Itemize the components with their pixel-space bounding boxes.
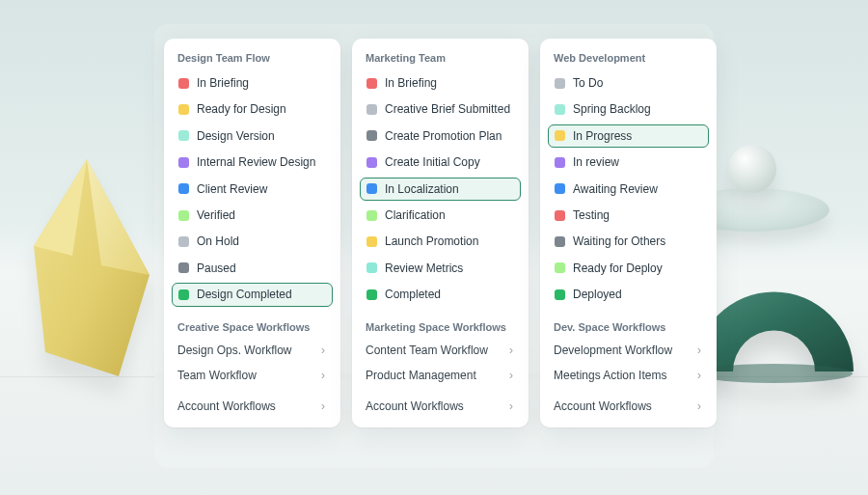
status-color-swatch <box>366 78 377 89</box>
status-label: Internal Review Design <box>197 155 315 169</box>
chevron-right-icon: › <box>697 399 701 413</box>
status-row[interactable]: In Briefing <box>360 71 521 95</box>
status-row[interactable]: Deployed <box>548 283 709 306</box>
status-row[interactable]: Ready for Design <box>172 97 333 121</box>
status-color-swatch <box>178 104 189 115</box>
status-label: In Localization <box>385 182 459 196</box>
status-label: Verified <box>197 208 235 222</box>
status-row[interactable]: On Hold <box>172 230 333 253</box>
workflow-link[interactable]: Development Workflow› <box>550 339 707 362</box>
status-label: Waiting for Others <box>573 234 665 248</box>
account-workflows-link[interactable]: Account Workflows› <box>550 395 707 418</box>
workflow-column: Marketing TeamIn BriefingCreative Brief … <box>352 39 529 427</box>
status-color-swatch <box>178 78 189 89</box>
chevron-right-icon: › <box>509 399 513 413</box>
status-row[interactable]: To Do <box>548 71 709 95</box>
workflow-link-label: Content Team Workflow <box>366 344 488 357</box>
status-label: Create Initial Copy <box>385 155 480 169</box>
status-row[interactable]: Testing <box>548 204 709 227</box>
status-label: Spring Backlog <box>573 102 651 116</box>
chevron-right-icon: › <box>509 344 513 357</box>
status-color-swatch <box>366 104 377 115</box>
workflow-link-label: Account Workflows <box>366 399 464 413</box>
workflow-link-label: Team Workflow <box>177 369 257 382</box>
status-row[interactable]: Clarification <box>360 204 521 227</box>
workflow-link-label: Development Workflow <box>554 344 672 357</box>
chevron-right-icon: › <box>697 344 701 357</box>
status-row[interactable]: Review Metrics <box>360 257 521 280</box>
status-color-swatch <box>555 78 565 89</box>
workflow-link[interactable]: Design Ops. Workflow› <box>174 339 331 362</box>
chevron-right-icon: › <box>697 369 701 382</box>
status-color-swatch <box>178 289 189 300</box>
workflow-link-label: Product Management <box>366 369 476 382</box>
space-workflows-heading: Marketing Space Workflows <box>362 310 519 339</box>
status-row[interactable]: Waiting for Others <box>548 230 709 253</box>
chevron-right-icon: › <box>321 399 325 413</box>
status-label: In Briefing <box>385 76 437 90</box>
workflow-link[interactable]: Meetings Action Items› <box>550 364 707 387</box>
status-label: Design Completed <box>197 288 292 301</box>
status-color-swatch <box>178 210 189 221</box>
workflow-column: Design Team FlowIn BriefingReady for Des… <box>164 39 340 427</box>
column-title: Marketing Team <box>362 52 519 71</box>
status-label: In Briefing <box>197 76 249 90</box>
status-row[interactable]: In Briefing <box>172 71 333 95</box>
column-title: Design Team Flow <box>174 52 331 71</box>
status-color-swatch <box>366 157 377 168</box>
space-workflows-heading: Creative Space Workflows <box>174 310 331 339</box>
status-row[interactable]: Ready for Deploy <box>548 257 709 280</box>
status-row[interactable]: Client Review <box>172 178 333 201</box>
workflow-board: Design Team FlowIn BriefingReady for Des… <box>164 39 717 427</box>
status-label: In Progress <box>573 129 632 143</box>
column-title: Web Development <box>550 52 707 71</box>
status-label: Paused <box>197 261 236 275</box>
status-row[interactable]: Create Initial Copy <box>360 151 521 174</box>
status-color-swatch <box>555 104 565 115</box>
status-label: In review <box>573 155 619 169</box>
status-color-swatch <box>555 130 565 141</box>
status-label: Deployed <box>573 288 622 301</box>
status-row[interactable]: Internal Review Design <box>172 151 333 174</box>
status-label: Ready for Deploy <box>573 261 663 275</box>
status-label: Launch Promotion <box>385 234 478 248</box>
status-label: Review Metrics <box>385 261 463 275</box>
status-color-swatch <box>366 210 377 221</box>
account-workflows-link[interactable]: Account Workflows› <box>362 395 519 418</box>
status-color-swatch <box>555 183 565 194</box>
status-row[interactable]: Design Version <box>172 124 333 148</box>
status-row[interactable]: Verified <box>172 204 333 227</box>
status-label: On Hold <box>197 234 239 248</box>
workflow-link[interactable]: Content Team Workflow› <box>362 339 519 362</box>
workflow-link[interactable]: Team Workflow› <box>174 364 331 387</box>
status-row[interactable]: Paused <box>172 257 333 280</box>
status-row[interactable]: In Progress <box>548 124 709 148</box>
status-color-swatch <box>178 236 189 247</box>
status-label: To Do <box>573 76 603 90</box>
status-row[interactable]: Create Promotion Plan <box>360 124 521 148</box>
status-row[interactable]: In Localization <box>360 178 521 201</box>
workflow-link[interactable]: Product Management› <box>362 364 519 387</box>
status-row[interactable]: In review <box>548 151 709 174</box>
status-label: Ready for Design <box>197 102 286 116</box>
status-color-swatch <box>366 262 377 273</box>
status-row[interactable]: Completed <box>360 283 521 306</box>
spacer <box>362 387 519 395</box>
status-row[interactable]: Design Completed <box>172 283 333 306</box>
spacer <box>174 387 331 395</box>
workflow-link-label: Account Workflows <box>554 399 652 413</box>
decorative-crystal <box>34 159 174 381</box>
status-row[interactable]: Launch Promotion <box>360 230 521 253</box>
status-color-swatch <box>178 183 189 194</box>
status-row[interactable]: Spring Backlog <box>548 97 709 121</box>
status-label: Client Review <box>197 182 267 196</box>
status-label: Creative Brief Submitted <box>385 102 510 116</box>
account-workflows-link[interactable]: Account Workflows› <box>174 395 331 418</box>
workflow-link-label: Meetings Action Items <box>554 369 666 382</box>
status-color-swatch <box>366 236 377 247</box>
status-label: Testing <box>573 208 610 222</box>
status-row[interactable]: Awaiting Review <box>548 178 709 201</box>
status-color-swatch <box>555 262 565 273</box>
status-color-swatch <box>555 289 565 300</box>
status-row[interactable]: Creative Brief Submitted <box>360 97 521 121</box>
